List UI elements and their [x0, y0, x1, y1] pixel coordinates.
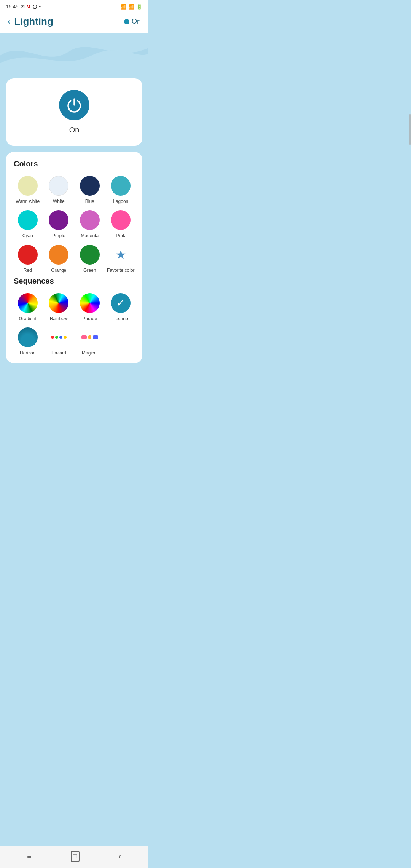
- magical-label: Magical: [82, 350, 97, 356]
- hazard-dot-3: [59, 336, 62, 339]
- power-card: On: [6, 78, 142, 146]
- colors-sequences-card: Colors Warm white White Blue Lagoon Cyan: [6, 152, 142, 363]
- magical-bar-2: [88, 335, 91, 339]
- status-left: 15:45 ✉ M ⏻ •: [6, 4, 41, 10]
- colors-title: Colors: [14, 160, 135, 168]
- power-status-label: On: [14, 126, 135, 134]
- color-orange[interactable]: Orange: [45, 245, 73, 273]
- techno-circle: ✓: [111, 293, 131, 313]
- sequences-title: Sequences: [14, 277, 135, 286]
- color-green[interactable]: Green: [76, 245, 104, 273]
- color-red[interactable]: Red: [14, 245, 42, 273]
- red-label: Red: [24, 268, 32, 273]
- header-status: On: [124, 18, 141, 26]
- power-button[interactable]: [59, 90, 89, 120]
- color-purple[interactable]: Purple: [45, 210, 73, 238]
- dot-icon: •: [39, 4, 41, 10]
- red-circle: [18, 245, 38, 265]
- warm-white-label: Warm white: [16, 199, 40, 204]
- magenta-label: Magenta: [81, 233, 99, 238]
- white-circle: [49, 176, 68, 196]
- cyan-label: Cyan: [22, 233, 33, 238]
- favorite-label: Favorite color: [107, 268, 135, 273]
- header: ‹ Lighting On: [0, 12, 148, 33]
- orange-circle: [49, 245, 68, 265]
- hazard-label: Hazard: [51, 350, 66, 356]
- hazard-dot-2: [55, 336, 58, 339]
- color-warm-white[interactable]: Warm white: [14, 176, 42, 204]
- sequence-grid: Gradient Rainbow Parade ✓ Techno: [14, 293, 135, 356]
- color-lagoon[interactable]: Lagoon: [107, 176, 135, 204]
- cyan-circle: [18, 210, 38, 230]
- parade-label: Parade: [82, 316, 97, 321]
- color-grid: Warm white White Blue Lagoon Cyan Purple: [14, 176, 135, 273]
- rainbow-circle: [49, 293, 68, 313]
- magical-bar-3: [93, 335, 98, 339]
- gradient-circle: [18, 293, 38, 313]
- pink-label: Pink: [116, 233, 125, 238]
- seq-rainbow[interactable]: Rainbow: [45, 293, 73, 321]
- main-content: On Colors Warm white White Blue Lagoon: [0, 78, 148, 402]
- warm-white-circle: [18, 176, 38, 196]
- wifi-icon: 📶: [120, 4, 126, 10]
- favorite-star-icon: ★: [111, 245, 131, 265]
- signal-icon: 📶: [128, 4, 134, 10]
- wave-decoration: [0, 33, 148, 78]
- techno-check-icon: ✓: [116, 297, 125, 309]
- seq-horizon[interactable]: Horizon: [14, 327, 42, 356]
- color-cyan[interactable]: Cyan: [14, 210, 42, 238]
- header-left: ‹ Lighting: [8, 16, 53, 27]
- header-status-label: On: [132, 18, 141, 26]
- magenta-circle: [80, 210, 100, 230]
- color-pink[interactable]: Pink: [107, 210, 135, 238]
- parade-circle: [80, 293, 100, 313]
- purple-label: Purple: [52, 233, 65, 238]
- horizon-label: Horizon: [20, 350, 35, 356]
- magical-bar-1: [81, 335, 87, 339]
- pink-circle: [111, 210, 131, 230]
- color-favorite[interactable]: ★ Favorite color: [107, 245, 135, 273]
- status-bar: 15:45 ✉ M ⏻ • 📶 📶 🔋: [0, 0, 148, 12]
- hazard-circle: [49, 327, 68, 347]
- sequences-section: Sequences Gradient Rainbow Parade ✓: [14, 277, 135, 356]
- purple-circle: [49, 210, 68, 230]
- seq-magical[interactable]: Magical: [76, 327, 104, 356]
- color-blue[interactable]: Blue: [76, 176, 104, 204]
- horizon-circle: [18, 327, 38, 347]
- hazard-dot-1: [51, 336, 54, 339]
- magical-circle: [80, 327, 100, 347]
- hazard-dot-4: [64, 336, 67, 339]
- gmail-icon: M: [27, 4, 30, 10]
- blue-circle: [80, 176, 100, 196]
- orange-label: Orange: [51, 268, 66, 273]
- power-icon: ⏻: [32, 4, 37, 10]
- green-label: Green: [83, 268, 96, 273]
- rainbow-label: Rainbow: [50, 316, 68, 321]
- green-circle: [80, 245, 100, 265]
- techno-label: Techno: [113, 316, 128, 321]
- white-label: White: [53, 199, 65, 204]
- email-icon: ✉: [21, 4, 25, 10]
- color-white[interactable]: White: [45, 176, 73, 204]
- status-indicator-dot: [124, 19, 129, 24]
- seq-hazard[interactable]: Hazard: [45, 327, 73, 356]
- color-magenta[interactable]: Magenta: [76, 210, 104, 238]
- seq-techno[interactable]: ✓ Techno: [107, 293, 135, 321]
- seq-gradient[interactable]: Gradient: [14, 293, 42, 321]
- gradient-label: Gradient: [19, 316, 37, 321]
- time: 15:45: [6, 4, 19, 10]
- lagoon-circle: [111, 176, 131, 196]
- blue-label: Blue: [85, 199, 94, 204]
- battery-icon: 🔋: [136, 4, 142, 10]
- lagoon-label: Lagoon: [113, 199, 128, 204]
- page-title: Lighting: [14, 16, 53, 27]
- seq-parade[interactable]: Parade: [76, 293, 104, 321]
- status-right: 📶 📶 🔋: [120, 4, 142, 10]
- back-button[interactable]: ‹: [8, 17, 10, 27]
